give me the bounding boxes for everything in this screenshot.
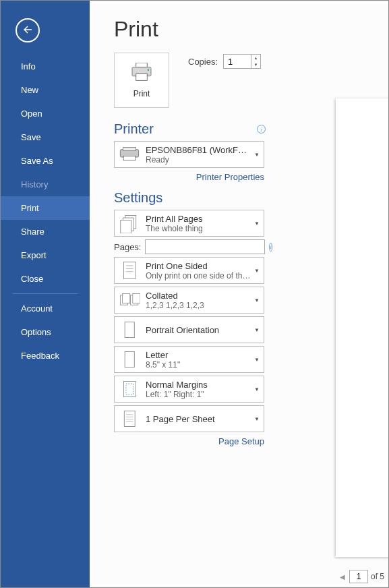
- pages-input[interactable]: [145, 239, 265, 254]
- copies-input[interactable]: [224, 55, 251, 68]
- copies-up-icon[interactable]: ▲: [251, 55, 260, 61]
- one-per-sheet-icon: [119, 409, 140, 429]
- print-scope-selector[interactable]: Print All Pages The whole thing ▼: [114, 210, 264, 237]
- chevron-down-icon: ▼: [254, 416, 260, 422]
- chevron-down-icon: ▼: [254, 357, 260, 363]
- printer-name: EPSONB86F81 (WorkForce 8…: [146, 145, 251, 155]
- print-panel: Print Print Copies: ▲: [90, 1, 388, 587]
- sidebar-item-history[interactable]: History: [1, 173, 90, 196]
- svg-rect-5: [123, 148, 136, 151]
- printer-status: Ready: [146, 155, 251, 165]
- chevron-down-icon: ▼: [254, 220, 260, 227]
- page-of-text: of 5: [371, 572, 384, 581]
- prev-page-icon[interactable]: ◀: [338, 573, 347, 581]
- svg-rect-18: [125, 322, 134, 338]
- pages-per-sheet-selector[interactable]: 1 Page Per Sheet ▼: [114, 405, 264, 432]
- svg-rect-17: [133, 293, 140, 303]
- printer-info-icon[interactable]: i: [257, 125, 266, 134]
- sidebar-item-account[interactable]: Account: [1, 297, 90, 320]
- sidebar-item-export[interactable]: Export: [1, 243, 90, 267]
- backstage-sidebar: Info New Open Save Save As History Print…: [1, 1, 90, 587]
- collate-selector[interactable]: Collated 1,2,3 1,2,3 1,2,3 ▼: [114, 287, 264, 314]
- paper-icon: [119, 349, 140, 370]
- sidebar-item-new[interactable]: New: [1, 78, 90, 102]
- svg-rect-6: [123, 156, 136, 160]
- sidebar-item-feedback[interactable]: Feedback: [1, 344, 90, 368]
- pages-label: Pages:: [114, 242, 141, 252]
- sidebar-item-save[interactable]: Save: [1, 125, 90, 149]
- chevron-down-icon: ▼: [254, 152, 260, 158]
- svg-rect-2: [136, 74, 147, 80]
- printer-icon: [130, 63, 153, 84]
- collated-icon: [119, 290, 140, 310]
- chevron-down-icon: ▼: [254, 386, 260, 392]
- sidebar-item-print[interactable]: Print: [1, 196, 90, 220]
- svg-rect-9: [121, 220, 131, 233]
- orientation-selector[interactable]: Portrait Orientation ▼: [114, 316, 264, 343]
- printer-device-icon: [119, 144, 140, 165]
- svg-point-3: [148, 69, 149, 70]
- print-preview-page: [336, 98, 388, 557]
- sidebar-item-share[interactable]: Share: [1, 220, 90, 243]
- sidebar-separator: [13, 293, 78, 294]
- printer-properties-link[interactable]: Printer Properties: [114, 172, 264, 182]
- arrow-left-icon: [22, 24, 34, 38]
- copies-down-icon[interactable]: ▼: [251, 61, 260, 68]
- paper-size-selector[interactable]: Letter 8.5" x 11" ▼: [114, 346, 264, 373]
- svg-rect-15: [123, 293, 130, 303]
- current-page-input[interactable]: [349, 570, 368, 583]
- page-setup-link[interactable]: Page Setup: [114, 436, 264, 446]
- settings-section-title: Settings: [114, 190, 162, 206]
- copies-label: Copies:: [188, 57, 218, 67]
- sidebar-item-open[interactable]: Open: [1, 102, 90, 125]
- margins-icon: [119, 379, 140, 399]
- portrait-icon: [119, 320, 140, 340]
- print-button[interactable]: Print: [114, 53, 169, 108]
- copies-spinner[interactable]: ▲ ▼: [223, 54, 261, 69]
- margins-selector[interactable]: Normal Margins Left: 1" Right: 1" ▼: [114, 376, 264, 403]
- pages-info-icon[interactable]: i: [269, 243, 272, 252]
- chevron-down-icon: ▼: [254, 327, 260, 333]
- svg-rect-19: [125, 352, 134, 368]
- sidebar-item-options[interactable]: Options: [1, 320, 90, 344]
- chevron-down-icon: ▼: [254, 268, 260, 274]
- sidebar-item-close[interactable]: Close: [1, 267, 90, 291]
- pages-stack-icon: [119, 213, 140, 233]
- one-sided-icon: [119, 260, 140, 281]
- print-button-label: Print: [133, 89, 150, 98]
- svg-rect-10: [123, 262, 136, 279]
- printer-section-title: Printer: [114, 121, 154, 137]
- sidebar-item-save-as[interactable]: Save As: [1, 149, 90, 173]
- svg-rect-22: [124, 411, 135, 427]
- page-title: Print: [114, 17, 383, 42]
- printer-selector[interactable]: EPSONB86F81 (WorkForce 8… Ready ▼: [114, 141, 264, 168]
- sides-selector[interactable]: Print One Sided Only print on one side o…: [114, 257, 264, 284]
- chevron-down-icon: ▼: [254, 297, 260, 303]
- svg-rect-0: [136, 63, 147, 67]
- sidebar-item-info[interactable]: Info: [1, 55, 90, 78]
- back-button[interactable]: [16, 18, 40, 42]
